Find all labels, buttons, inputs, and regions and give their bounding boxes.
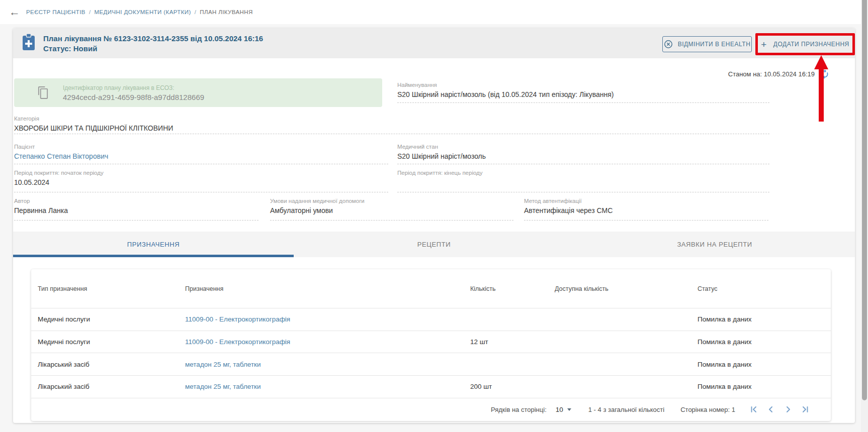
cancel-in-ehealth-button[interactable]: ВІДМІНИТИ В EHEALTH <box>662 36 752 52</box>
table-header-row: Тип призначення Призначення Кількість До… <box>31 269 831 308</box>
clipboard-plus-icon <box>21 33 36 53</box>
breadcrumb-patients-registry[interactable]: РЕЄСТР ПАЦІЄНТІВ <box>26 9 85 15</box>
caret-down-icon <box>567 408 571 411</box>
identifier-value: 4294cecd-a291-4659-98f8-a97dd8128669 <box>63 93 204 101</box>
cell-status: Помилка в даних <box>698 383 831 390</box>
card-header-band: План лікування № 6123-3102-3114-2355 від… <box>13 28 855 58</box>
tab-bar: ПРИЗНАЧЕННЯ РЕЦЕПТИ ЗАЯВКИ НА РЕЦЕПТИ <box>13 232 855 257</box>
field-patient: Пацієнт Степанко Степан Вікторович <box>14 143 388 164</box>
tab-prescriptions[interactable]: ПРИЗНАЧЕННЯ <box>13 232 294 257</box>
esoz-identifier-box: Ідентифікатор плану лікування в ЕСОЗ: 42… <box>14 78 382 107</box>
annotation-highlight-box: + ДОДАТИ ПРИЗНАЧЕННЯ <box>755 33 855 55</box>
cell-type: Медичні послуги <box>38 315 185 323</box>
field-name: Найменування S20 Шкірний наріст/мозоль (… <box>397 81 769 103</box>
table-row: Медичні послуги 11009-00 - Електрокортик… <box>31 331 831 353</box>
as-of-label: Станом на: 10.05.2024 16:19 <box>728 70 815 78</box>
pagination-page-number: Сторінка номер: 1 <box>680 406 735 413</box>
field-period-end: Період покриття: кінець періоду <box>397 169 769 192</box>
col-header-available: Доступна кількість <box>555 285 698 292</box>
breadcrumb-medical-documents[interactable]: МЕДИЧНІ ДОКУМЕНТИ (КАРТКИ) <box>95 9 191 15</box>
cell-type: Лікарський засіб <box>38 383 185 390</box>
plus-icon: + <box>761 40 767 49</box>
page-scrollbar <box>861 0 868 432</box>
cell-assignment-link[interactable]: 11009-00 - Електрокортикографія <box>185 338 470 346</box>
cell-status: Помилка в даних <box>698 315 831 323</box>
last-page-icon[interactable] <box>801 405 810 414</box>
col-header-assignment: Призначення <box>185 285 470 292</box>
copy-icon[interactable] <box>37 86 49 99</box>
scrollbar-thumb[interactable] <box>862 0 867 400</box>
table-row: Лікарський засіб метадон 25 мг, таблетки… <box>31 353 831 375</box>
first-page-icon[interactable] <box>749 405 758 414</box>
field-auth-method: Метод автентифікації Автентифікація чере… <box>524 197 768 221</box>
tab-recipes[interactable]: РЕЦЕПТИ <box>294 232 574 257</box>
prescriptions-table-card: Тип призначення Призначення Кількість До… <box>31 269 831 421</box>
col-header-status: Статус <box>698 285 831 292</box>
field-medical-condition: Медичний стан S20 Шкірний наріст/мозоль <box>397 143 769 164</box>
field-category: Категорія ХВОРОБИ ШКІРИ ТА ПІДШКІРНОЇ КЛ… <box>14 115 769 134</box>
status-text: Статус: Новий <box>43 44 263 53</box>
breadcrumb-separator: / <box>89 9 91 15</box>
pagination-range: 1 - 4 з загальної кількості <box>588 406 664 413</box>
field-care-conditions: Умови надання медичної допомоги Амбулато… <box>270 197 513 221</box>
breadcrumb-separator: / <box>195 9 197 15</box>
col-header-quantity: Кількість <box>470 285 555 292</box>
cell-quantity: 200 шт <box>470 383 555 390</box>
patient-link[interactable]: Степанко Степан Вікторович <box>14 152 388 161</box>
table-row: Лікарський засіб метадон 25 мг, таблетки… <box>31 375 831 398</box>
breadcrumb-bar: ← РЕЄСТР ПАЦІЄНТІВ / МЕДИЧНІ ДОКУМЕНТИ (… <box>0 0 868 24</box>
treatment-plan-card: План лікування № 6123-3102-3114-2355 від… <box>13 28 855 423</box>
cell-assignment-link[interactable]: 11009-00 - Електрокортикографія <box>185 315 470 323</box>
rows-per-page-label: Рядків на сторінці: <box>491 406 547 413</box>
circle-x-icon <box>664 40 673 49</box>
page-title: План лікування № 6123-3102-3114-2355 від… <box>43 34 263 43</box>
cell-status: Помилка в даних <box>698 361 831 368</box>
cell-type: Лікарський засіб <box>38 361 185 368</box>
field-author: Автор Первинна Ланка <box>14 197 258 221</box>
tab-recipe-requests[interactable]: ЗАЯВКИ НА РЕЦЕПТИ <box>574 232 855 257</box>
cell-type: Медичні послуги <box>38 338 185 346</box>
back-arrow-icon[interactable]: ← <box>9 7 20 18</box>
cell-status: Помилка в даних <box>698 338 831 346</box>
add-prescription-button[interactable]: + ДОДАТИ ПРИЗНАЧЕННЯ <box>758 36 852 53</box>
identifier-label: Ідентифікатор плану лікування в ЕСОЗ: <box>63 84 204 91</box>
chevron-right-icon[interactable] <box>784 405 793 414</box>
cell-assignment-link[interactable]: метадон 25 мг, таблетки <box>185 383 470 390</box>
rows-per-page-select[interactable]: 10 <box>556 406 571 413</box>
field-period-start: Період покриття: початок періоду 10.05.2… <box>14 169 388 192</box>
chevron-left-icon[interactable] <box>766 405 775 414</box>
annotation-arrow <box>813 54 830 125</box>
breadcrumb-treatment-plan: ПЛАН ЛІКУВАННЯ <box>200 9 252 15</box>
breadcrumb: РЕЄСТР ПАЦІЄНТІВ / МЕДИЧНІ ДОКУМЕНТИ (КА… <box>26 9 253 15</box>
cell-assignment-link[interactable]: метадон 25 мг, таблетки <box>185 361 470 368</box>
cell-quantity: 12 шт <box>470 338 555 346</box>
table-body: Медичні послуги 11009-00 - Електрокортик… <box>31 308 831 398</box>
table-row: Медичні послуги 11009-00 - Електрокортик… <box>31 308 831 331</box>
pagination-bar: Рядків на сторінці: 10 1 - 4 з загальної… <box>31 398 831 421</box>
col-header-type: Тип призначення <box>38 285 185 292</box>
